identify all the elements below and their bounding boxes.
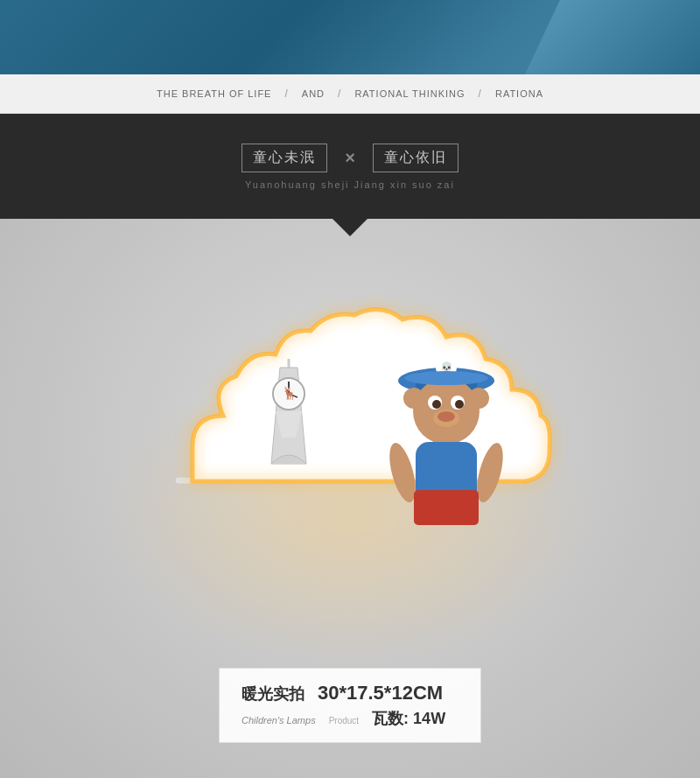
- size-label: 30*17.5*12CM: [318, 682, 443, 704]
- svg-point-18: [455, 400, 464, 409]
- nav-bar: THE BREATH OF LIFE / AND / RATIONAL THIN…: [0, 74, 700, 114]
- warm-light-label: 暖光实拍: [242, 683, 304, 704]
- chinese-text-left: 童心未泯: [242, 144, 327, 172]
- product-image-area: 🦌 💀: [0, 219, 700, 778]
- nav-item-2: AND: [302, 88, 325, 99]
- product-word: Product: [329, 716, 359, 725]
- chinese-text-right: 童心依旧: [373, 144, 458, 172]
- nav-sep-1: /: [284, 88, 288, 100]
- info-row-2: Children's Lamps Product 瓦数: 14W: [242, 708, 458, 729]
- svg-text:🦌: 🦌: [282, 386, 298, 401]
- svg-rect-27: [414, 490, 479, 525]
- chinese-text-row: 童心未泯 × 童心依旧: [242, 144, 458, 172]
- nav-item-1: THE BREATH OF LIFE: [157, 88, 271, 99]
- x-divider: ×: [345, 148, 355, 168]
- children-lamps-label: Children's Lamps: [242, 715, 316, 725]
- banner-section: 童心未泯 × 童心依旧 Yuanohuang sheji Jiang xin s…: [0, 114, 700, 219]
- svg-point-22: [468, 388, 489, 409]
- banner-subtitle: Yuanohuang sheji Jiang xin suo zai: [245, 179, 455, 190]
- nav-item-4: RATIONA: [495, 88, 543, 99]
- product-info-box: 暖光实拍 30*17.5*12CM Children's Lamps Produ…: [219, 668, 481, 743]
- nav-sep-3: /: [479, 88, 482, 100]
- nav-item-3: RATIONAL THINKING: [354, 88, 465, 99]
- svg-point-17: [432, 400, 441, 409]
- info-row-1: 暖光实拍 30*17.5*12CM: [242, 682, 458, 704]
- svg-point-20: [438, 411, 455, 422]
- svg-point-23: [404, 371, 488, 385]
- nav-sep-2: /: [338, 88, 341, 100]
- hero-top-section: [0, 0, 700, 74]
- watt-label: 瓦数: 14W: [372, 708, 445, 729]
- svg-point-21: [403, 388, 424, 409]
- cloud-lamp: 🦌 💀: [122, 289, 578, 569]
